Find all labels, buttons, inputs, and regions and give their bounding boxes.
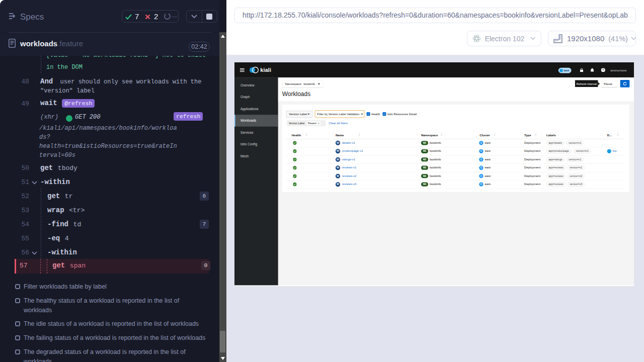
svg-text:?: ? — [602, 68, 604, 71]
